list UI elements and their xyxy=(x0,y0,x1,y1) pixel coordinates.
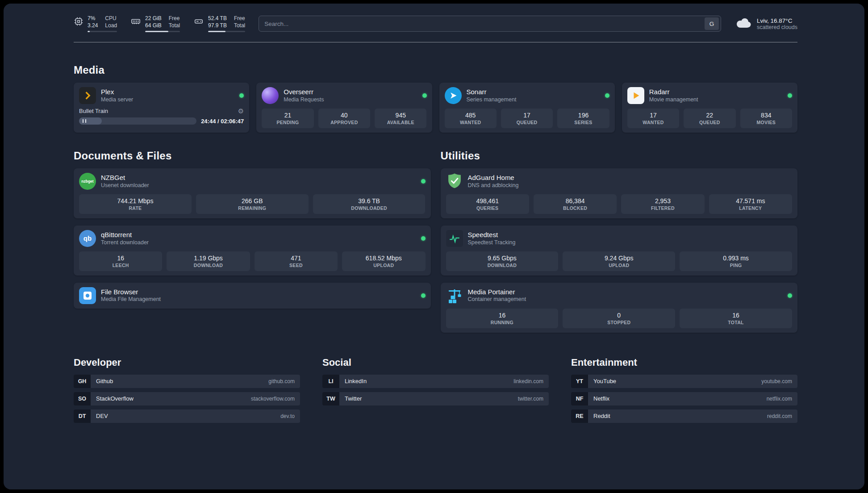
service-card-qbittorrent[interactable]: qb qBittorrent Torrent downloader 16 xyxy=(74,226,431,276)
sonarr-icon xyxy=(445,87,462,104)
bookmark-name: DEV xyxy=(96,413,108,419)
bookmark-domain: stackoverflow.com xyxy=(251,396,295,402)
stat-leech: 16 LEECH xyxy=(79,251,162,271)
bookmark-domain: twitter.com xyxy=(518,396,543,402)
service-card-radarr[interactable]: Radarr Movie management 17 WANTED 22 QUE… xyxy=(622,83,797,133)
bookmark-youtube[interactable]: YT YouTube youtube.com xyxy=(571,375,797,388)
topbar-divider xyxy=(74,42,797,42)
stat-seed: 471 SEED xyxy=(255,251,338,271)
radarr-icon xyxy=(627,87,644,104)
service-name: AdGuard Home xyxy=(468,174,793,182)
utilities-column: Utilities AdGuard Home xyxy=(441,150,798,333)
bookmark-domain: youtube.com xyxy=(761,378,792,384)
memory-free-label: Free xyxy=(169,15,180,22)
service-card-speedtest[interactable]: Speedtest Speedtest Tracking 9.65 Gbps D… xyxy=(441,226,798,276)
service-card-nzbget[interactable]: nzbget NZBGet Usenet downloader 744.21 M… xyxy=(74,168,431,218)
stat-available: 945 AVAILABLE xyxy=(375,109,426,128)
disk-total-label: Total xyxy=(234,22,245,29)
bookmark-reddit[interactable]: RE Reddit reddit.com xyxy=(571,409,797,423)
gear-icon[interactable]: ⚙ xyxy=(238,108,244,114)
bookmark-dev[interactable]: DT DEV dev.to xyxy=(74,409,300,423)
bookmark-name: Netflix xyxy=(593,395,609,402)
service-name: Plex xyxy=(101,88,234,96)
status-dot xyxy=(421,293,426,298)
bookmark-stackoverflow[interactable]: SO StackOverflow stackoverflow.com xyxy=(74,392,300,405)
stat-upload: 618.52 Mbps UPLOAD xyxy=(342,251,425,271)
stat-wanted: 485 WANTED xyxy=(445,109,497,128)
documents-column: Documents & Files nzbget NZBGet Usenet d… xyxy=(74,150,431,309)
service-card-overseerr[interactable]: Overseerr Media Requests 21 PENDING 40 A… xyxy=(256,83,432,133)
stat-rate: 744.21 Mbps RATE xyxy=(79,194,192,214)
disk-total-value: 97.9 TB xyxy=(208,22,227,29)
pause-icon[interactable] xyxy=(83,119,86,123)
service-name: Radarr xyxy=(649,88,783,96)
service-card-portainer[interactable]: Media Portainer Container management 16 … xyxy=(441,283,798,333)
bookmark-linkedin[interactable]: LI LinkedIn linkedin.com xyxy=(322,375,549,388)
stat-download: 1.19 Gbps DOWNLOAD xyxy=(167,251,250,271)
bookmark-name: Github xyxy=(96,378,113,384)
search-bar: G xyxy=(259,16,721,32)
memory-usage-bar xyxy=(145,31,180,32)
disk-free-label: Free xyxy=(234,15,245,22)
bookmark-abbr: GH xyxy=(74,375,91,388)
bookmark-twitter[interactable]: TW Twitter twitter.com xyxy=(322,392,549,405)
memory-total-label: Total xyxy=(169,22,180,29)
service-card-filebrowser[interactable]: File Browser Media File Management xyxy=(74,283,431,309)
weather-condition: scattered clouds xyxy=(757,24,797,30)
playback-time: 24:44 / 02:06:47 xyxy=(201,118,244,125)
service-desc: Container management xyxy=(468,296,783,303)
bookmark-abbr: NF xyxy=(571,392,588,405)
bookmark-name: StackOverflow xyxy=(96,395,134,402)
memory-icon xyxy=(130,17,141,28)
stat-queued: 17 QUEUED xyxy=(501,109,553,128)
stat-remaining: 266 GB REMAINING xyxy=(196,194,309,214)
service-name: Overseerr xyxy=(284,88,417,96)
section-title-utilities: Utilities xyxy=(441,150,798,162)
section-title-documents: Documents & Files xyxy=(74,150,431,162)
plex-icon xyxy=(79,87,96,104)
playback-progress-bar[interactable] xyxy=(79,117,196,125)
stat-upload: 9.24 Gbps UPLOAD xyxy=(563,251,675,271)
bookmark-abbr: SO xyxy=(74,392,91,405)
section-title-media: Media xyxy=(74,64,797,76)
stat-wanted: 17 WANTED xyxy=(627,109,679,128)
service-desc: Usenet downloader xyxy=(101,182,416,189)
bookmark-netflix[interactable]: NF Netflix netflix.com xyxy=(571,392,797,405)
status-dot xyxy=(788,293,792,298)
service-desc: DNS and adblocking xyxy=(468,182,793,189)
status-dot xyxy=(422,93,427,98)
service-name: Media Portainer xyxy=(468,288,783,297)
bookmark-domain: reddit.com xyxy=(767,413,792,419)
search-input[interactable] xyxy=(264,21,705,27)
bookmark-github[interactable]: GH Github github.com xyxy=(74,375,300,388)
bookmark-abbr: RE xyxy=(571,409,588,423)
search-provider-button[interactable]: G xyxy=(705,17,719,30)
section-title-social: Social xyxy=(322,357,549,368)
stat-latency: 47.571 ms LATENCY xyxy=(709,194,792,214)
service-desc: Speedtest Tracking xyxy=(468,239,793,246)
service-card-sonarr[interactable]: Sonarr Series management 485 WANTED 17 Q… xyxy=(439,83,615,133)
cpu-load-label: Load xyxy=(105,22,117,29)
stat-queries: 498,461 QUERIES xyxy=(446,194,529,214)
stat-running: 16 RUNNING xyxy=(446,309,559,328)
bookmark-abbr: YT xyxy=(571,375,588,388)
service-desc: Torrent downloader xyxy=(101,239,416,246)
stat-movies: 834 MOVIES xyxy=(740,109,792,128)
service-desc: Media File Management xyxy=(101,296,416,303)
overseerr-icon xyxy=(262,87,279,104)
memory-total-value: 64 GiB xyxy=(145,22,162,29)
bookmark-domain: netflix.com xyxy=(767,396,792,402)
bookmark-name: LinkedIn xyxy=(345,378,367,384)
service-desc: Series management xyxy=(467,96,600,104)
stat-filtered: 2,953 FILTERED xyxy=(621,194,704,214)
bookmark-abbr: TW xyxy=(322,392,339,405)
service-name: File Browser xyxy=(101,288,416,297)
service-card-plex[interactable]: Plex Media server Bullet Train ⚙ xyxy=(74,83,249,133)
weather-location: Lviv, 16.87°C xyxy=(757,17,797,24)
stat-series: 196 SERIES xyxy=(557,109,609,128)
service-card-adguard[interactable]: AdGuard Home DNS and adblocking 498,461 … xyxy=(441,168,798,218)
status-dot xyxy=(605,93,609,98)
bookmark-group-social: Social LI LinkedIn linkedin.com TW Twitt… xyxy=(322,357,549,405)
stat-blocked: 86,384 BLOCKED xyxy=(534,194,617,214)
service-name: NZBGet xyxy=(101,174,416,182)
